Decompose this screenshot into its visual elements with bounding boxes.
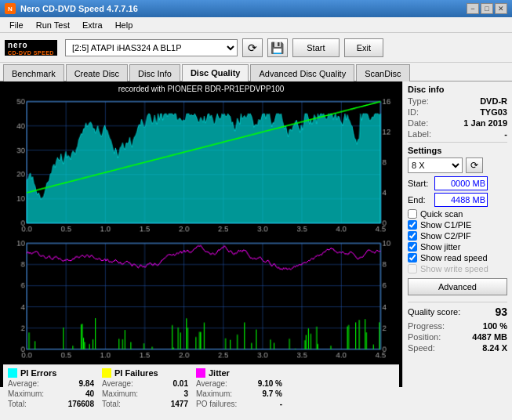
title-bar: N Nero CD-DVD Speed 4.7.7.16 − □ ✕	[0, 0, 512, 17]
disc-info-title: Disc info	[408, 85, 507, 94]
pi-failures-max-label: Maximum:	[102, 389, 138, 398]
disc-label-value: -	[504, 129, 507, 139]
show-read-speed-label: Show read speed	[420, 253, 488, 262]
maximize-button[interactable]: □	[481, 3, 493, 14]
quality-score-section: Quality score: 93	[408, 306, 507, 318]
tab-disc-quality[interactable]: Disc Quality	[182, 64, 249, 81]
start-label: Start:	[408, 179, 431, 188]
exit-button[interactable]: Exit	[344, 38, 383, 57]
jitter-po-label: PO failures:	[196, 400, 237, 408]
show-c2pif-checkbox[interactable]	[408, 231, 417, 241]
show-read-speed-checkbox[interactable]	[408, 253, 417, 262]
end-label: End:	[408, 195, 431, 205]
id-value: TYG03	[480, 107, 507, 117]
jitter-avg-label: Average:	[196, 379, 227, 388]
quick-scan-checkbox[interactable]	[408, 209, 417, 219]
divider-2	[408, 302, 507, 302]
show-c2pif-label: Show C2/PIF	[420, 231, 471, 241]
progress-section: Progress: 100 % Position: 4487 MB Speed:…	[408, 321, 507, 353]
show-c1pie-checkbox[interactable]	[408, 220, 417, 230]
pi-failures-total-val: 1477	[171, 400, 188, 408]
pi-errors-max-val: 40	[85, 389, 94, 398]
close-button[interactable]: ✕	[495, 3, 507, 14]
quality-score-value: 93	[495, 306, 507, 318]
chart-header: recorded with PIONEER BDR-PR1EPDVPP100	[3, 83, 399, 95]
date-value: 1 Jan 2019	[463, 118, 507, 128]
position-label: Position:	[408, 332, 441, 342]
type-value: DVD-R	[480, 96, 507, 106]
legend-area: PI Errors Average: 9.84 Maximum: 40 Tota…	[3, 364, 399, 411]
date-label: Date:	[408, 118, 428, 128]
jitter-max-label: Maximum:	[196, 389, 232, 398]
settings-title: Settings	[408, 146, 507, 155]
tab-create-disc[interactable]: Create Disc	[66, 64, 128, 81]
pi-errors-max-label: Maximum:	[8, 389, 44, 398]
menu-extra[interactable]: Extra	[76, 19, 109, 31]
disc-info-section: Disc info Type: DVD-R ID: TYG03 Date: 1 …	[408, 85, 507, 139]
show-write-speed-checkbox[interactable]	[408, 264, 417, 273]
save-icon-button[interactable]: 💾	[267, 38, 288, 57]
pi-errors-total-label: Total:	[8, 400, 27, 408]
jitter-po-val: -	[280, 400, 282, 408]
menu-run-test[interactable]: Run Test	[30, 19, 76, 31]
disc-label-label: Label:	[408, 129, 431, 139]
app-title: Nero CD-DVD Speed 4.7.7.16	[20, 4, 138, 13]
pi-errors-title: PI Errors	[20, 368, 56, 378]
quality-score-label: Quality score:	[408, 307, 460, 317]
menu-file[interactable]: File	[3, 19, 30, 31]
toolbar: nero CD-DVD SPEED [2:5] ATAPI iHAS324 A …	[0, 33, 512, 63]
top-chart	[3, 95, 399, 238]
show-jitter-checkbox[interactable]	[408, 242, 417, 252]
progress-label: Progress:	[408, 321, 445, 331]
show-c1pie-label: Show C1/PIE	[420, 220, 471, 230]
settings-section: Settings 8 X Max 4 X 16 X ⟳ Start: End:	[408, 146, 507, 299]
start-input[interactable]	[434, 176, 488, 190]
divider-1	[408, 142, 507, 143]
main-content: recorded with PIONEER BDR-PR1EPDVPP100 P…	[0, 81, 512, 387]
pi-errors-legend: PI Errors Average: 9.84 Maximum: 40 Tota…	[8, 368, 94, 408]
app-icon: N	[5, 3, 16, 14]
bottom-chart	[3, 238, 399, 364]
refresh-icon-button[interactable]: ⟳	[242, 38, 263, 57]
charts-wrapper: recorded with PIONEER BDR-PR1EPDVPP100 P…	[0, 81, 402, 387]
tab-scandisc[interactable]: ScanDisc	[356, 64, 409, 81]
tab-advanced-disc-quality[interactable]: Advanced Disc Quality	[250, 64, 354, 81]
menu-bar: File Run Test Extra Help	[0, 17, 512, 33]
menu-help[interactable]: Help	[109, 19, 140, 31]
tab-disc-info[interactable]: Disc Info	[129, 64, 180, 81]
show-jitter-label: Show jitter	[420, 242, 460, 252]
id-label: ID:	[408, 107, 419, 117]
quick-scan-label: Quick scan	[420, 209, 463, 219]
advanced-button[interactable]: Advanced	[408, 278, 507, 295]
pi-failures-avg-val: 0.01	[173, 379, 188, 388]
progress-value: 100 %	[483, 321, 507, 331]
pi-failures-max-val: 3	[183, 389, 188, 398]
minimize-button[interactable]: −	[467, 3, 479, 14]
right-panel: Disc info Type: DVD-R ID: TYG03 Date: 1 …	[402, 81, 512, 387]
nero-logo: nero CD-DVD SPEED	[5, 40, 57, 56]
pi-failures-legend: PI Failures Average: 0.01 Maximum: 3 Tot…	[102, 368, 188, 408]
tab-benchmark[interactable]: Benchmark	[3, 64, 64, 81]
drive-select[interactable]: [2:5] ATAPI iHAS324 A BL1P	[65, 39, 238, 56]
pi-errors-total-val: 176608	[68, 400, 94, 408]
refresh-settings-icon[interactable]: ⟳	[466, 158, 483, 173]
position-value: 4487 MB	[472, 332, 507, 342]
jitter-max-val: 9.7 %	[262, 389, 282, 398]
jitter-avg-val: 9.10 %	[258, 379, 282, 388]
type-label: Type:	[408, 96, 429, 106]
show-write-speed-label: Show write speed	[420, 264, 488, 273]
jitter-legend: Jitter Average: 9.10 % Maximum: 9.7 % PO…	[196, 368, 282, 408]
pi-errors-avg-label: Average:	[8, 379, 39, 388]
speed-label: Speed:	[408, 343, 435, 353]
pi-failures-avg-label: Average:	[102, 379, 133, 388]
pi-failures-total-label: Total:	[102, 400, 121, 408]
pi-failures-title: PI Failures	[114, 368, 158, 378]
speed-select[interactable]: 8 X Max 4 X 16 X	[408, 158, 463, 173]
tabs: Benchmark Create Disc Disc Info Disc Qua…	[0, 63, 512, 81]
start-button[interactable]: Start	[292, 38, 340, 57]
end-input[interactable]	[434, 193, 488, 207]
pi-errors-avg-val: 9.84	[79, 379, 94, 388]
speed-value: 8.24 X	[482, 343, 507, 353]
jitter-title: Jitter	[209, 368, 230, 378]
